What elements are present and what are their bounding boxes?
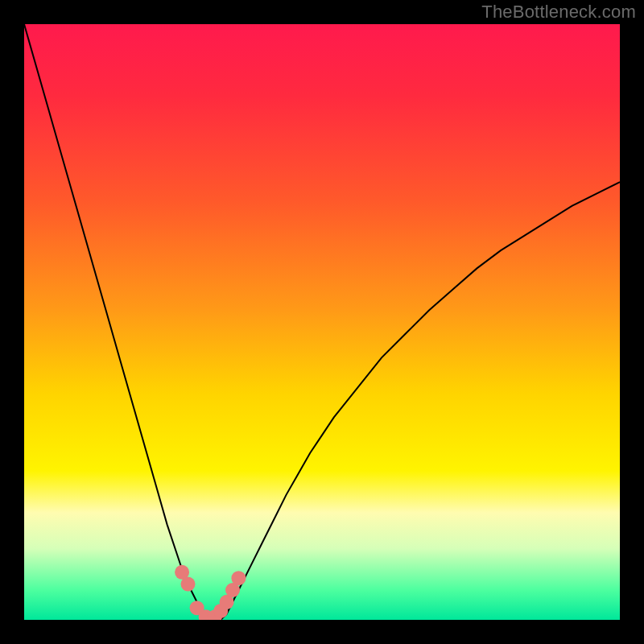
watermark-text: TheBottleneck.com (481, 2, 636, 23)
plot-area (24, 24, 620, 620)
gradient-background (24, 24, 620, 620)
curve-marker (231, 571, 246, 585)
curve-marker (181, 577, 196, 592)
chart-frame: TheBottleneck.com (0, 0, 644, 644)
plot-svg (24, 24, 620, 620)
